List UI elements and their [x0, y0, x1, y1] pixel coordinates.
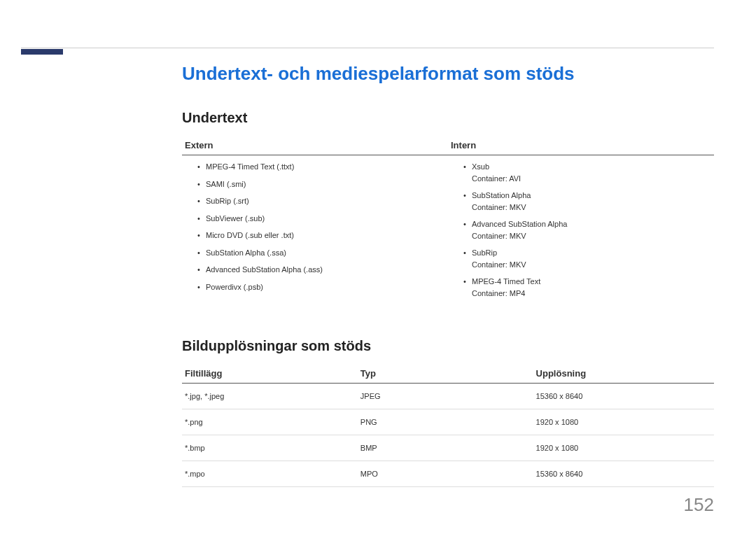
page-number: 152 — [684, 494, 714, 516]
page-container: Undertext- och mediespelarformat som stö… — [0, 0, 756, 534]
cell-res: 15360 x 8640 — [533, 384, 714, 409]
col-header-intern: Intern — [448, 136, 714, 155]
intern-item-sub: Container: AVI — [472, 173, 711, 185]
section-undertext-title: Undertext — [182, 110, 714, 126]
list-item: MPEG-4 Timed Text Container: MP4 — [463, 276, 711, 299]
intern-item-sub: Container: MP4 — [472, 288, 711, 300]
intern-item-main: SubStation Alpha — [472, 190, 711, 202]
subtitle-format-table: Extern Intern MPEG-4 Timed Text (.ttxt) … — [182, 136, 714, 310]
cell-type: JPEG — [358, 384, 533, 409]
intern-item-sub: Container: MKV — [472, 259, 711, 271]
intern-cell: Xsub Container: AVI SubStation Alpha Con… — [448, 155, 714, 311]
cell-ext: *.mpo — [182, 461, 358, 487]
list-item: SubViewer (.sub) — [197, 213, 445, 225]
cell-type: MPO — [358, 461, 533, 487]
list-item: SubStation Alpha (.ssa) — [197, 247, 445, 259]
col-header-ext: Filtillägg — [182, 364, 358, 384]
cell-type: PNG — [358, 409, 533, 435]
list-item: MPEG-4 Timed Text (.ttxt) — [197, 161, 445, 173]
intern-item-sub: Container: MKV — [472, 230, 711, 242]
intern-item-sub: Container: MKV — [472, 202, 711, 213]
intern-item-main: Xsub — [472, 161, 711, 173]
col-header-extern: Extern — [182, 136, 448, 155]
col-header-type: Typ — [358, 364, 533, 384]
list-item: SAMI (.smi) — [197, 178, 445, 190]
table-row: *.mpo MPO 15360 x 8640 — [182, 461, 714, 487]
cell-ext: *.jpg, *.jpeg — [182, 384, 358, 409]
cell-ext: *.bmp — [182, 435, 358, 461]
cell-res: 1920 x 1080 — [533, 435, 714, 461]
intern-item-main: MPEG-4 Timed Text — [472, 276, 711, 288]
cell-ext: *.png — [182, 409, 358, 435]
table-row: *.jpg, *.jpeg JPEG 15360 x 8640 — [182, 384, 714, 409]
cell-res: 15360 x 8640 — [533, 461, 714, 487]
col-header-res: Upplösning — [533, 364, 714, 384]
list-item: Advanced SubStation Alpha (.ass) — [197, 264, 445, 276]
intern-item-main: SubRip — [472, 247, 711, 259]
side-accent-bar — [21, 49, 63, 55]
list-item: SubRip (.srt) — [197, 195, 445, 207]
list-item: Micro DVD (.sub eller .txt) — [197, 230, 445, 241]
list-item: SubRip Container: MKV — [463, 247, 711, 270]
main-title: Undertext- och mediespelarformat som stö… — [182, 63, 714, 85]
extern-cell: MPEG-4 Timed Text (.ttxt) SAMI (.smi) Su… — [182, 155, 448, 311]
content-area: Undertext- och mediespelarformat som stö… — [182, 63, 714, 487]
table-row: *.png PNG 1920 x 1080 — [182, 409, 714, 435]
cell-type: BMP — [358, 435, 533, 461]
intern-list: Xsub Container: AVI SubStation Alpha Con… — [451, 161, 711, 299]
table-row: *.bmp BMP 1920 x 1080 — [182, 435, 714, 461]
intern-item-main: Advanced SubStation Alpha — [472, 218, 711, 230]
list-item: Advanced SubStation Alpha Container: MKV — [463, 218, 711, 241]
section-resolution-title: Bildupplösningar som stöds — [182, 338, 714, 354]
top-divider — [21, 48, 714, 48]
list-item: SubStation Alpha Container: MKV — [463, 190, 711, 213]
resolution-table: Filtillägg Typ Upplösning *.jpg, *.jpeg … — [182, 364, 714, 487]
cell-res: 1920 x 1080 — [533, 409, 714, 435]
extern-list: MPEG-4 Timed Text (.ttxt) SAMI (.smi) Su… — [185, 161, 445, 293]
list-item: Powerdivx (.psb) — [197, 281, 445, 293]
list-item: Xsub Container: AVI — [463, 161, 711, 184]
